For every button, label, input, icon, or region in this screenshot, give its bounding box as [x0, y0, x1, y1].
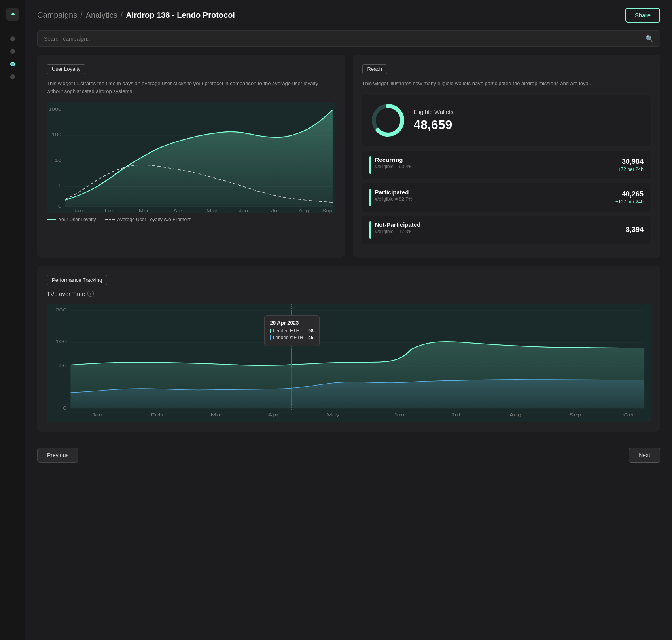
- main-content: Campaigns / Analytics / Airdrop 138 - Le…: [25, 0, 672, 640]
- metric-participated-sub: #/eligible = 82.7%: [375, 196, 413, 202]
- search-bar-container: 🔍: [37, 30, 660, 47]
- tvl-title-text: TVL over Time: [47, 291, 85, 297]
- metric-bar-participated: [369, 189, 371, 206]
- tooltip-bar-2: [270, 335, 271, 340]
- metric-recurring-name: Recurring: [375, 156, 413, 163]
- header: Campaigns / Analytics / Airdrop 138 - Le…: [37, 8, 660, 23]
- tooltip-bar-1: [270, 329, 271, 333]
- metric-participated-name: Participated: [375, 189, 413, 196]
- metric-participated-left: Participated #/eligible = 82.7%: [369, 189, 413, 206]
- eligible-wallets-row: Eligible Wallets 48,659: [362, 95, 651, 146]
- sidebar-item-2[interactable]: [10, 49, 15, 54]
- legend-average-loyalty: Average User Loyalty w/o Filament: [105, 217, 191, 222]
- metric-recurring-sub: #/eligible = 63.4%: [375, 164, 413, 169]
- chart-legend: Your User Loyalty Average User Loyalty w…: [47, 217, 335, 222]
- svg-text:Jan: Jan: [74, 208, 83, 213]
- reach-widget: Reach This widget illustrates how many e…: [353, 55, 661, 258]
- metric-recurring: Recurring #/eligible = 63.4% 30,984 +72 …: [362, 151, 651, 179]
- sidebar: ✦: [0, 0, 25, 640]
- performance-tracking-title: Performance Tracking: [47, 275, 107, 285]
- share-button[interactable]: Share: [625, 8, 660, 23]
- tvl-chart: 20 Apr 2023 Lended ETH 98 Lended stETH 4…: [47, 304, 651, 422]
- metric-not-participated-right: 8,394: [626, 226, 644, 234]
- breadcrumb-sep2: /: [121, 11, 123, 20]
- metric-not-participated-text: Not-Participated #/eligible = 17.3%: [375, 221, 421, 234]
- tvl-title: TVL over Time i: [47, 291, 651, 297]
- search-input[interactable]: [44, 36, 645, 42]
- metric-not-participated: Not-Participated #/eligible = 17.3% 8,39…: [362, 216, 651, 244]
- svg-text:Feb: Feb: [151, 412, 163, 417]
- breadcrumb-analytics[interactable]: Analytics: [86, 11, 117, 20]
- svg-text:200: 200: [55, 308, 67, 312]
- legend-your-loyalty: Your User Loyalty: [47, 217, 96, 222]
- svg-text:Mar: Mar: [139, 208, 149, 213]
- metric-participated-delta: +107 per 24h: [615, 199, 644, 205]
- reach-title: Reach: [362, 64, 388, 74]
- metric-not-participated-value: 8,394: [626, 226, 644, 234]
- metric-bar-not-participated: [369, 221, 371, 239]
- svg-text:Apr: Apr: [268, 412, 278, 417]
- widgets-row: User Loyalty This widget illustrates the…: [37, 55, 660, 258]
- svg-text:Jul: Jul: [271, 208, 279, 213]
- svg-text:0: 0: [58, 203, 61, 209]
- sidebar-item-1[interactable]: [10, 36, 15, 41]
- metric-recurring-value: 30,984: [618, 158, 644, 166]
- metric-participated-value: 40,265: [615, 190, 644, 198]
- eligible-wallets-label: Eligible Wallets: [414, 108, 454, 115]
- svg-text:Apr: Apr: [173, 208, 182, 213]
- svg-text:Oct: Oct: [623, 412, 634, 417]
- svg-text:Jul: Jul: [451, 412, 460, 417]
- user-loyalty-chart: 1000 100 10 1 0: [47, 102, 335, 213]
- metric-participated: Participated #/eligible = 82.7% 40,265 +…: [362, 183, 651, 212]
- tooltip-label-1: Lended ETH: [270, 328, 299, 334]
- performance-tracking-card: Performance Tracking TVL over Time i 20 …: [37, 266, 660, 432]
- svg-text:Feb: Feb: [105, 208, 115, 213]
- metric-not-participated-sub: #/eligible = 17.3%: [375, 229, 421, 234]
- svg-text:Jun: Jun: [394, 412, 405, 417]
- info-icon[interactable]: i: [87, 291, 94, 297]
- user-loyalty-widget: User Loyalty This widget illustrates the…: [37, 55, 345, 258]
- search-icon: 🔍: [645, 35, 653, 42]
- svg-text:May: May: [326, 412, 340, 417]
- breadcrumb-current-page: Airdrop 138 - Lendo Protocol: [126, 11, 235, 20]
- svg-text:10: 10: [55, 158, 61, 163]
- tooltip-val-1: 98: [308, 328, 313, 334]
- sidebar-logo[interactable]: ✦: [6, 8, 19, 21]
- svg-text:Sep: Sep: [569, 412, 581, 417]
- user-loyalty-description: This widget illustrates the time in days…: [47, 80, 335, 95]
- svg-text:100: 100: [55, 339, 67, 344]
- metric-bar-recurring: [369, 156, 371, 174]
- svg-text:1: 1: [58, 183, 61, 188]
- svg-text:Jun: Jun: [239, 208, 248, 213]
- legend-your-label: Your User Loyalty: [59, 217, 96, 222]
- legend-average-label: Average User Loyalty w/o Filament: [117, 217, 191, 222]
- svg-text:Mar: Mar: [210, 412, 222, 417]
- breadcrumb: Campaigns / Analytics / Airdrop 138 - Le…: [37, 11, 235, 20]
- breadcrumb-sep1: /: [80, 11, 83, 20]
- bottom-navigation: Previous Next: [37, 448, 660, 475]
- svg-text:Jan: Jan: [91, 412, 102, 417]
- next-button[interactable]: Next: [629, 448, 660, 463]
- tooltip-label-2: Lended stETH: [270, 335, 303, 340]
- sidebar-item-4[interactable]: [10, 74, 15, 79]
- svg-text:May: May: [206, 208, 218, 213]
- metric-recurring-text: Recurring #/eligible = 63.4%: [375, 156, 413, 169]
- tooltip-item-2: Lended stETH 45: [270, 335, 314, 340]
- previous-button[interactable]: Previous: [37, 448, 78, 463]
- eligible-wallets-info: Eligible Wallets 48,659: [414, 108, 454, 132]
- svg-text:Sep: Sep: [322, 208, 333, 213]
- donut-chart: [370, 103, 406, 138]
- svg-text:50: 50: [59, 363, 66, 368]
- svg-text:Aug: Aug: [299, 208, 309, 213]
- svg-text:100: 100: [52, 132, 61, 137]
- svg-text:0: 0: [63, 406, 67, 410]
- tooltip-item-1: Lended ETH 98: [270, 328, 314, 334]
- breadcrumb-campaigns[interactable]: Campaigns: [37, 11, 77, 20]
- metric-not-participated-name: Not-Participated: [375, 221, 421, 228]
- metric-participated-text: Participated #/eligible = 82.7%: [375, 189, 413, 202]
- legend-dashed-line: [105, 219, 115, 220]
- sidebar-item-3[interactable]: [10, 62, 15, 66]
- reach-description: This widget illustrates how many eligibl…: [362, 80, 651, 87]
- metric-participated-right: 40,265 +107 per 24h: [615, 190, 644, 205]
- svg-text:1000: 1000: [49, 106, 61, 112]
